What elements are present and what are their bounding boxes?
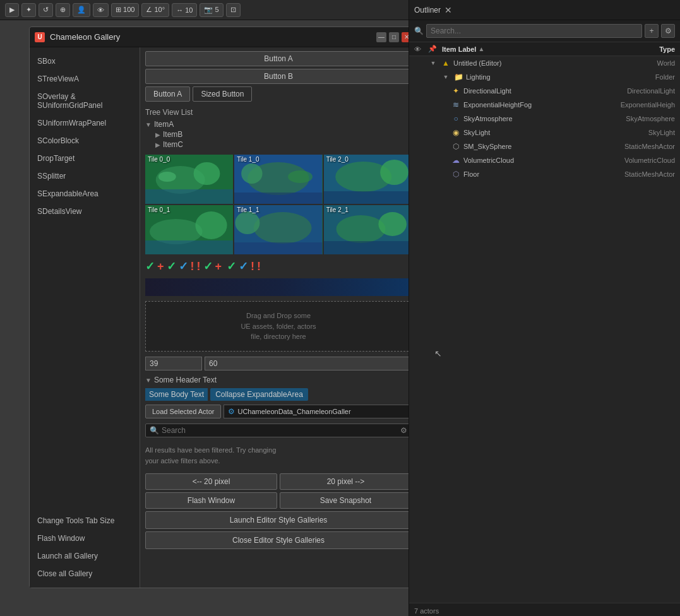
outliner-row-floor[interactable]: ⬡ Floor StaticMeshActor [409,167,680,181]
outliner-add-btn[interactable]: + [645,24,659,38]
sidebar-item-flash-window[interactable]: Flash Window [30,530,140,547]
button-a-top[interactable]: Button A [145,51,412,66]
distance-btn[interactable]: ↔ 10 [172,3,197,17]
excl-icon-3: ! [251,260,254,273]
tile-1-1[interactable]: Tile 1_1 [234,205,322,254]
sidebar-item-launch-gallery[interactable]: Launch all Gallery [30,547,140,565]
layout-btn[interactable]: ⊡ [226,3,241,17]
scale-tool-btn[interactable]: ⊕ [56,3,70,17]
collapse-expandable-btn[interactable]: Collapse ExpandableArea [210,388,308,401]
sidebar-item-sexpandable[interactable]: SExpandableArea [30,185,140,203]
tree-item-a[interactable]: ▼ ItemA [145,119,412,129]
row-icon-skyatmo: ○ [451,114,461,124]
tree-item-c[interactable]: ▶ ItemC [155,139,412,150]
gallery-main: Button A Button B Button A Sized Button … [140,47,417,588]
tree-item-b[interactable]: ▶ ItemB [155,129,412,139]
sort-arrow: ▲ [478,45,484,52]
eye-tool-btn[interactable]: 👁 [93,3,109,17]
move-tool-btn[interactable]: ✦ [21,3,36,17]
icons-row: ✓ + ✓ ✓ ! ! ✓ + ✓ ✓ ! ! [140,257,417,276]
tile-2-1[interactable]: Tile 2_1 [324,205,412,254]
outliner-row-volcloud[interactable]: ☁ VolumetricCloud VolumetricCloud [409,153,680,167]
gallery-sidebar: SBox STreeViewA SOverlay & SUniformGridP… [30,47,140,588]
sidebar-item-sdetails[interactable]: SDetailsView [30,203,140,220]
tile-0-0-label: Tile 0_0 [148,156,170,163]
row-type-fog: ExponentialHeigh [599,101,675,109]
close-editor-btn[interactable]: Close Editor Style Galleries [145,531,412,549]
flash-window-btn[interactable]: Flash Window [145,492,277,509]
rotate-tool-btn[interactable]: ↺ [39,3,53,17]
angle-btn[interactable]: ∠ 10° [141,3,169,17]
person-tool-btn[interactable]: 👤 [73,3,90,17]
splitter-right-input[interactable] [205,357,412,370]
prev-pixel-btn[interactable]: <-- 20 pixel [145,473,277,490]
tree-item-c-label: ItemC [163,140,183,149]
outliner-row-fog[interactable]: ≋ ExponentialHeightFog ExponentialHeigh [409,98,680,112]
drop-target-text: Drag and Drop someUE assets, folder, act… [241,311,316,342]
tile-1-0-label: Tile 1_0 [237,156,259,163]
sidebar-item-change-tools[interactable]: Change Tools Tab Size [30,512,140,530]
drop-target[interactable]: Drag and Drop someUE assets, folder, act… [145,301,412,352]
load-actor-btn[interactable]: Load Selected Actor [145,405,221,418]
launch-editor-btn[interactable]: Launch Editor Style Galleries [145,511,412,529]
tree-arrow-c: ▶ [155,141,160,148]
outliner-row-skylight[interactable]: ◉ SkyLight SkyLight [409,126,680,139]
svg-rect-13 [324,191,412,204]
tree-arrow-a: ▼ [145,121,152,128]
splitter-row [140,354,417,373]
outliner-title: Outliner [414,6,441,15]
excl-icon-1: ! [191,260,194,273]
outliner-empty-area: ↖ [409,329,680,603]
gallery-window-icon: U [35,32,45,42]
tile-0-1[interactable]: Tile 0_1 [145,205,233,254]
search-settings-btn[interactable]: ⚙ [400,426,407,435]
tile-2-0-label: Tile 2_0 [326,156,349,163]
sidebar-item-droptarget[interactable]: DropTarget [30,150,140,167]
outliner-row-untitled[interactable]: ▼ ▲ Untitled (Editor) World [409,56,680,70]
gallery-content: SBox STreeViewA SOverlay & SUniformGridP… [30,47,417,588]
svg-rect-3 [145,189,233,204]
search-icon: 🔍 [150,426,159,435]
sidebar-item-sbox[interactable]: SBox [30,52,140,70]
sidebar-item-streeviewa[interactable]: STreeViewA [30,70,140,88]
outliner-search-input[interactable] [426,24,642,38]
outliner-row-skyatmo[interactable]: ○ SkyAtmosphere SkyAtmosphere [409,112,680,126]
grid-btn[interactable]: ⊞ 100 [111,3,139,17]
svg-rect-25 [324,241,412,254]
sidebar-item-close-gallery[interactable]: Close all Gallery [30,565,140,583]
expandable-header[interactable]: ▼ Some Header Text [140,373,417,387]
row-type-skyatmo: SkyAtmosphere [599,115,675,122]
sidebar-item-soverlay[interactable]: SOverlay & SUniformGridPanel [30,88,140,114]
check-icon-2: ✓ [167,259,176,273]
next-pixel-btn[interactable]: 20 pixel --> [280,473,412,490]
tree-section: Tree View List ▼ ItemA ▶ ItemB ▶ ItemC [140,105,417,152]
tile-0-0[interactable]: Tile 0_0 [145,155,233,204]
sidebar-item-suniformwrap[interactable]: SUniformWrapPanel [30,114,140,132]
outliner-row-skysphere[interactable]: ⬡ SM_SkySphere StaticMeshActor [409,139,680,153]
check-icon-3: ✓ [203,259,213,273]
asset-icon: ⚙ [228,407,235,416]
search-input[interactable] [162,426,398,435]
row-type-skysphere: StaticMeshActor [599,143,675,150]
sidebar-item-ssplitter[interactable]: SSplitter [30,167,140,185]
button-a-bottom[interactable]: Button A [145,86,190,102]
outliner-close-btn[interactable]: ✕ [444,5,452,15]
row-type-volcloud: VolumetricCloud [599,157,675,164]
button-b[interactable]: Button B [145,69,412,84]
select-tool-btn[interactable]: ▶ [5,3,19,17]
sidebar-item-scolorblock[interactable]: SColorBlock [30,132,140,150]
outliner-row-lighting[interactable]: ▼ 📁 Lighting Folder [409,70,680,84]
outliner-settings-btn[interactable]: ⚙ [661,24,675,38]
sized-button[interactable]: Sized Button [193,86,252,102]
tile-2-0[interactable]: Tile 2_0 [324,155,412,204]
outliner-row-dirlight[interactable]: ✦ DirectionalLight DirectionalLight [409,84,680,98]
maximize-btn[interactable]: □ [389,32,399,42]
tile-1-0[interactable]: Tile 1_0 [234,155,322,204]
row-icon-skysphere: ⬡ [451,141,461,151]
splitter-left-input[interactable] [145,357,202,370]
body-text-row: Some Body Text Collapse ExpandableArea [145,388,412,401]
camera-btn[interactable]: 📷 5 [200,3,223,17]
minimize-btn[interactable]: — [376,32,386,42]
save-snapshot-btn[interactable]: Save Snapshot [280,492,412,509]
svg-point-9 [288,170,313,183]
